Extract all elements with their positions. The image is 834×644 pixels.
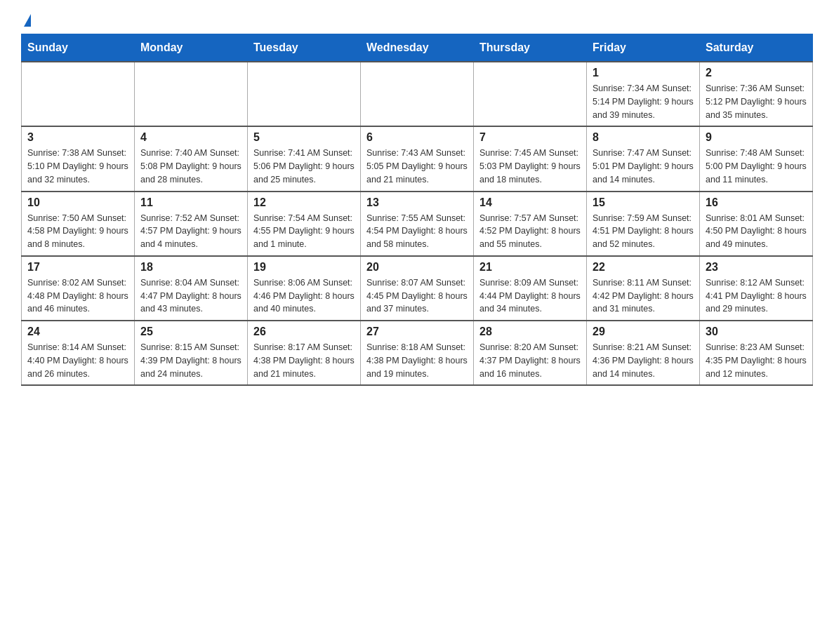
day-info: Sunrise: 8:20 AM Sunset: 4:37 PM Dayligh…: [479, 341, 581, 380]
day-number: 1: [593, 67, 694, 79]
calendar-cell: 20Sunrise: 8:07 AM Sunset: 4:45 PM Dayli…: [361, 256, 474, 321]
day-number: 28: [479, 326, 581, 338]
calendar-week-row: 24Sunrise: 8:14 AM Sunset: 4:40 PM Dayli…: [22, 321, 813, 385]
day-info: Sunrise: 7:52 AM Sunset: 4:57 PM Dayligh…: [140, 212, 241, 251]
calendar-cell: 23Sunrise: 8:12 AM Sunset: 4:41 PM Dayli…: [700, 256, 813, 321]
calendar-cell: 11Sunrise: 7:52 AM Sunset: 4:57 PM Dayli…: [135, 192, 248, 256]
day-info: Sunrise: 7:48 AM Sunset: 5:00 PM Dayligh…: [706, 147, 807, 186]
calendar-header-sunday: Sunday: [22, 34, 135, 62]
day-number: 20: [366, 261, 468, 274]
day-number: 15: [593, 196, 694, 209]
logo: [21, 14, 31, 27]
calendar-cell: 4Sunrise: 7:40 AM Sunset: 5:08 PM Daylig…: [135, 126, 248, 191]
day-number: 22: [593, 261, 694, 274]
day-info: Sunrise: 8:14 AM Sunset: 4:40 PM Dayligh…: [27, 341, 128, 380]
day-info: Sunrise: 7:50 AM Sunset: 4:58 PM Dayligh…: [27, 212, 128, 251]
day-info: Sunrise: 8:01 AM Sunset: 4:50 PM Dayligh…: [706, 212, 807, 251]
calendar-cell: [22, 62, 135, 126]
day-info: Sunrise: 8:21 AM Sunset: 4:36 PM Dayligh…: [593, 341, 694, 380]
day-number: 25: [140, 326, 241, 338]
calendar-cell: 16Sunrise: 8:01 AM Sunset: 4:50 PM Dayli…: [700, 192, 813, 256]
page-header: [21, 14, 813, 27]
calendar-table: SundayMondayTuesdayWednesdayThursdayFrid…: [21, 34, 813, 386]
day-info: Sunrise: 8:15 AM Sunset: 4:39 PM Dayligh…: [140, 341, 241, 380]
day-info: Sunrise: 8:23 AM Sunset: 4:35 PM Dayligh…: [706, 341, 807, 380]
calendar-cell: 10Sunrise: 7:50 AM Sunset: 4:58 PM Dayli…: [22, 192, 135, 256]
calendar-cell: 9Sunrise: 7:48 AM Sunset: 5:00 PM Daylig…: [700, 126, 813, 191]
calendar-cell: 26Sunrise: 8:17 AM Sunset: 4:38 PM Dayli…: [248, 321, 361, 385]
calendar-header-row: SundayMondayTuesdayWednesdayThursdayFrid…: [22, 34, 813, 62]
day-info: Sunrise: 7:34 AM Sunset: 5:14 PM Dayligh…: [593, 82, 694, 121]
day-info: Sunrise: 7:41 AM Sunset: 5:06 PM Dayligh…: [253, 147, 355, 186]
calendar-cell: 6Sunrise: 7:43 AM Sunset: 5:05 PM Daylig…: [361, 126, 474, 191]
calendar-cell: [135, 62, 248, 126]
calendar-header-friday: Friday: [587, 34, 700, 62]
calendar-header-wednesday: Wednesday: [361, 34, 474, 62]
day-number: 21: [479, 261, 581, 274]
day-info: Sunrise: 8:18 AM Sunset: 4:38 PM Dayligh…: [366, 341, 468, 380]
day-number: 16: [706, 196, 807, 209]
day-number: 11: [140, 196, 241, 209]
day-info: Sunrise: 7:40 AM Sunset: 5:08 PM Dayligh…: [140, 147, 241, 186]
calendar-cell: 13Sunrise: 7:55 AM Sunset: 4:54 PM Dayli…: [361, 192, 474, 256]
day-number: 13: [366, 196, 468, 209]
calendar-cell: 21Sunrise: 8:09 AM Sunset: 4:44 PM Dayli…: [474, 256, 587, 321]
day-info: Sunrise: 8:17 AM Sunset: 4:38 PM Dayligh…: [253, 341, 355, 380]
calendar-cell: 19Sunrise: 8:06 AM Sunset: 4:46 PM Dayli…: [248, 256, 361, 321]
day-number: 4: [140, 131, 241, 144]
calendar-cell: 8Sunrise: 7:47 AM Sunset: 5:01 PM Daylig…: [587, 126, 700, 191]
day-info: Sunrise: 8:02 AM Sunset: 4:48 PM Dayligh…: [27, 276, 128, 316]
day-info: Sunrise: 7:47 AM Sunset: 5:01 PM Dayligh…: [593, 147, 694, 186]
calendar-cell: 28Sunrise: 8:20 AM Sunset: 4:37 PM Dayli…: [474, 321, 587, 385]
day-info: Sunrise: 7:59 AM Sunset: 4:51 PM Dayligh…: [593, 212, 694, 251]
day-number: 12: [253, 196, 355, 209]
calendar-week-row: 1Sunrise: 7:34 AM Sunset: 5:14 PM Daylig…: [22, 62, 813, 126]
day-info: Sunrise: 7:45 AM Sunset: 5:03 PM Dayligh…: [479, 147, 581, 186]
day-number: 8: [593, 131, 694, 144]
day-number: 19: [253, 261, 355, 274]
day-info: Sunrise: 7:54 AM Sunset: 4:55 PM Dayligh…: [253, 212, 355, 251]
day-info: Sunrise: 8:09 AM Sunset: 4:44 PM Dayligh…: [479, 276, 581, 316]
day-info: Sunrise: 8:04 AM Sunset: 4:47 PM Dayligh…: [140, 276, 241, 316]
day-info: Sunrise: 7:57 AM Sunset: 4:52 PM Dayligh…: [479, 212, 581, 251]
calendar-cell: 29Sunrise: 8:21 AM Sunset: 4:36 PM Dayli…: [587, 321, 700, 385]
day-number: 14: [479, 196, 581, 209]
calendar-cell: 15Sunrise: 7:59 AM Sunset: 4:51 PM Dayli…: [587, 192, 700, 256]
calendar-cell: [248, 62, 361, 126]
day-info: Sunrise: 8:07 AM Sunset: 4:45 PM Dayligh…: [366, 276, 468, 316]
calendar-cell: 27Sunrise: 8:18 AM Sunset: 4:38 PM Dayli…: [361, 321, 474, 385]
calendar-week-row: 10Sunrise: 7:50 AM Sunset: 4:58 PM Dayli…: [22, 192, 813, 256]
calendar-cell: 22Sunrise: 8:11 AM Sunset: 4:42 PM Dayli…: [587, 256, 700, 321]
calendar-cell: 17Sunrise: 8:02 AM Sunset: 4:48 PM Dayli…: [22, 256, 135, 321]
calendar-cell: 7Sunrise: 7:45 AM Sunset: 5:03 PM Daylig…: [474, 126, 587, 191]
day-number: 6: [366, 131, 468, 144]
calendar-cell: 3Sunrise: 7:38 AM Sunset: 5:10 PM Daylig…: [22, 126, 135, 191]
day-info: Sunrise: 7:36 AM Sunset: 5:12 PM Dayligh…: [706, 82, 807, 121]
day-number: 26: [253, 326, 355, 338]
day-info: Sunrise: 8:06 AM Sunset: 4:46 PM Dayligh…: [253, 276, 355, 316]
day-number: 30: [706, 326, 807, 338]
calendar-cell: 2Sunrise: 7:36 AM Sunset: 5:12 PM Daylig…: [700, 62, 813, 126]
calendar-cell: 18Sunrise: 8:04 AM Sunset: 4:47 PM Dayli…: [135, 256, 248, 321]
calendar-week-row: 17Sunrise: 8:02 AM Sunset: 4:48 PM Dayli…: [22, 256, 813, 321]
calendar-header-saturday: Saturday: [700, 34, 813, 62]
calendar-header-tuesday: Tuesday: [248, 34, 361, 62]
day-number: 23: [706, 261, 807, 274]
day-info: Sunrise: 7:55 AM Sunset: 4:54 PM Dayligh…: [366, 212, 468, 251]
calendar-cell: 1Sunrise: 7:34 AM Sunset: 5:14 PM Daylig…: [587, 62, 700, 126]
calendar-cell: [361, 62, 474, 126]
day-number: 3: [27, 131, 128, 144]
day-number: 5: [253, 131, 355, 144]
day-number: 10: [27, 196, 128, 209]
day-number: 24: [27, 326, 128, 338]
day-number: 27: [366, 326, 468, 338]
day-number: 29: [593, 326, 694, 338]
calendar-cell: [474, 62, 587, 126]
day-number: 9: [706, 131, 807, 144]
calendar-header-thursday: Thursday: [474, 34, 587, 62]
day-number: 17: [27, 261, 128, 274]
calendar-cell: 25Sunrise: 8:15 AM Sunset: 4:39 PM Dayli…: [135, 321, 248, 385]
day-info: Sunrise: 8:11 AM Sunset: 4:42 PM Dayligh…: [593, 276, 694, 316]
day-number: 7: [479, 131, 581, 144]
calendar-week-row: 3Sunrise: 7:38 AM Sunset: 5:10 PM Daylig…: [22, 126, 813, 191]
